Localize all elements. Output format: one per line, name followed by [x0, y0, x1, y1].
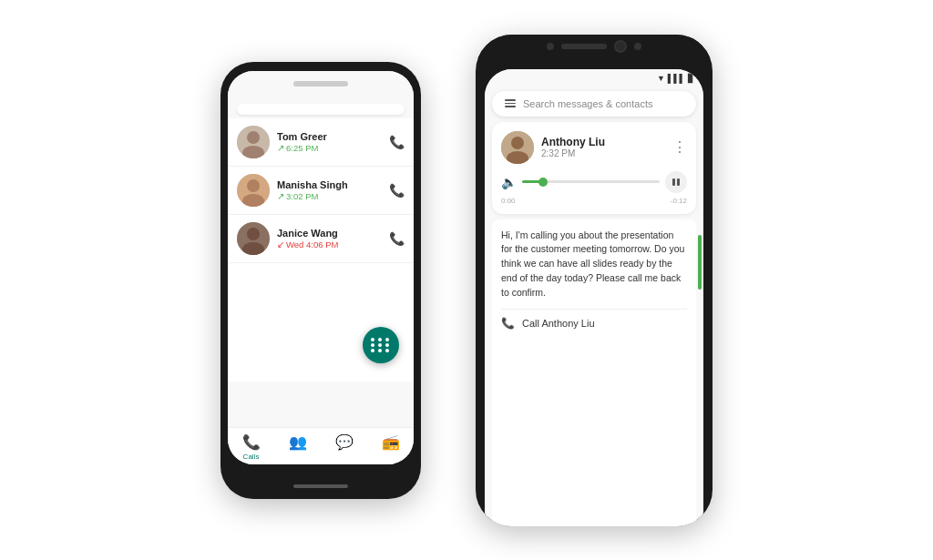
audio-progress-thumb [538, 178, 548, 187]
home-indicator [293, 484, 348, 488]
message-header: Anthony Liu 2:32 PM ⋮ [501, 131, 687, 164]
speaker-grill [293, 81, 348, 87]
call-button[interactable]: 📞 [389, 183, 405, 198]
dialpad-icon [371, 338, 391, 352]
status-icons: ▼ ▌▌▌ ▊ [657, 74, 694, 83]
right-phone-screen: ▼ ▌▌▌ ▊ Search messages & contacts [485, 69, 703, 526]
contact-info: Manisha Singh ↗ 3:02 PM [277, 179, 389, 201]
message-text-area: Hi, I'm calling you about the presentati… [492, 219, 696, 526]
list-item[interactable]: Tom Greer ↗ 6:25 PM 📞 [228, 118, 414, 167]
call-button[interactable]: 📞 [389, 231, 405, 246]
call-time: Wed 4:06 PM [286, 239, 338, 249]
sensor-dot [547, 43, 554, 50]
signal-icon: ▌▌▌ [668, 74, 685, 83]
voicemail-icon: 📻 [382, 433, 400, 451]
battery-icon: ▊ [688, 74, 694, 83]
nav-label-calls: Calls [243, 453, 260, 461]
audio-player: 🔈 [501, 171, 687, 193]
contact-time: ↗ 3:02 PM [277, 191, 389, 201]
more-options-button[interactable]: ⋮ [672, 140, 687, 155]
avatar [237, 222, 270, 255]
contact-name: Manisha Singh [277, 179, 389, 190]
left-search-area [228, 97, 414, 118]
call-direction-icon: ↗ [277, 191, 284, 201]
call-time: 6:25 PM [286, 143, 318, 153]
dial-pad-fab[interactable] [363, 327, 399, 363]
search-area: Search messages & contacts [485, 87, 703, 122]
nav-item-calls[interactable]: 📞 Calls [228, 433, 274, 461]
menu-icon [505, 99, 516, 107]
audio-progress-bar[interactable] [522, 180, 660, 183]
contact-info: Tom Greer ↗ 6:25 PM [277, 131, 389, 153]
call-button[interactable]: 📞 [389, 135, 405, 149]
nav-item-messages[interactable]: 💬 [321, 433, 367, 461]
search-placeholder: Search messages & contacts [523, 98, 652, 109]
svg-point-10 [511, 137, 524, 149]
status-bar: ▼ ▌▌▌ ▊ [485, 69, 703, 87]
wifi-icon: ▼ [657, 74, 665, 83]
bottom-navigation: 📞 Calls 👥 💬 📻 [228, 427, 414, 464]
audio-progress-fill [522, 180, 543, 183]
nav-item-contacts[interactable]: 👥 [274, 433, 321, 461]
call-action-label: Call Anthony Liu [522, 318, 595, 329]
svg-point-7 [247, 228, 260, 240]
home-bar [220, 473, 421, 499]
right-phone: ▼ ▌▌▌ ▊ Search messages & contacts [476, 35, 713, 526]
pause-icon [672, 178, 680, 186]
sender-name: Anthony Liu [541, 136, 665, 148]
messages-icon: 💬 [335, 433, 354, 451]
svg-point-1 [247, 131, 260, 144]
sender-info: Anthony Liu 2:32 PM [541, 136, 665, 158]
sensor-dot-2 [634, 43, 641, 50]
contact-name: Janice Wang [277, 228, 389, 239]
contact-name: Tom Greer [277, 131, 389, 142]
search-box[interactable]: Search messages & contacts [492, 91, 696, 117]
avatar [237, 174, 270, 207]
avatar [237, 126, 270, 158]
svg-point-4 [247, 179, 260, 192]
missed-call-icon: ↙ [277, 239, 284, 249]
contact-time: ↗ 6:25 PM [277, 143, 389, 153]
calls-icon: 📞 [242, 433, 261, 451]
message-body: Hi, I'm calling you about the presentati… [501, 229, 687, 300]
scrollbar[interactable] [698, 235, 702, 290]
contacts-icon: 👥 [289, 433, 307, 451]
list-item[interactable]: Manisha Singh ↗ 3:02 PM 📞 [228, 167, 414, 215]
earpiece [561, 44, 607, 49]
left-top-bar [228, 71, 414, 97]
time-labels: 0:00 -0:12 [501, 197, 687, 205]
call-action[interactable]: 📞 Call Anthony Liu [501, 309, 687, 330]
remaining-time: -0:12 [671, 197, 687, 205]
contact-time-missed: ↙ Wed 4:06 PM [277, 239, 389, 249]
call-time: 3:02 PM [286, 191, 318, 201]
call-action-icon: 📞 [501, 317, 515, 330]
message-time: 2:32 PM [541, 148, 665, 158]
message-card: Anthony Liu 2:32 PM ⋮ 🔈 [492, 122, 696, 214]
speaker-icon: 🔈 [501, 175, 517, 189]
sender-avatar [501, 131, 534, 164]
nav-item-voicemail[interactable]: 📻 [367, 433, 414, 461]
contact-info: Janice Wang ↙ Wed 4:06 PM [277, 228, 389, 249]
left-search-box [237, 104, 405, 115]
current-time: 0:00 [501, 197, 516, 205]
left-phone: Tom Greer ↗ 6:25 PM 📞 [220, 62, 421, 499]
pause-button[interactable] [665, 171, 687, 193]
front-camera [614, 40, 627, 53]
call-direction-icon: ↗ [277, 143, 284, 153]
left-phone-screen: Tom Greer ↗ 6:25 PM 📞 [228, 71, 414, 464]
camera-area [476, 35, 713, 58]
list-item[interactable]: Janice Wang ↙ Wed 4:06 PM 📞 [228, 215, 414, 263]
